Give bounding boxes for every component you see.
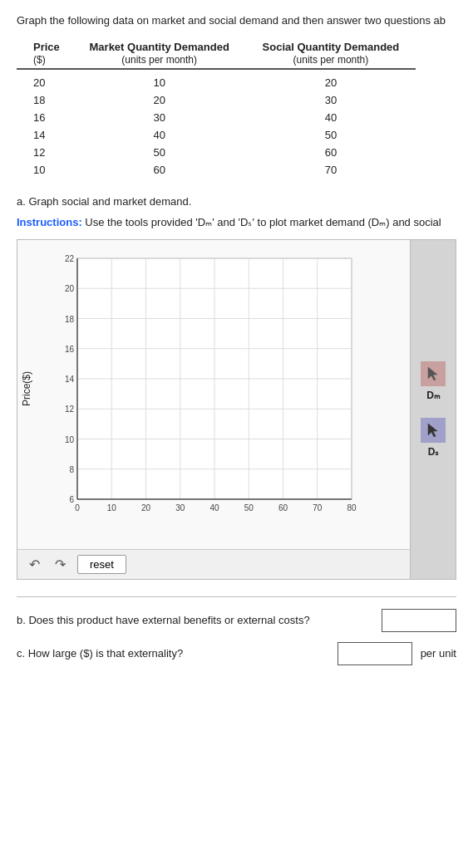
col-price-header: Price ($) <box>17 38 73 69</box>
svg-text:12: 12 <box>65 405 75 414</box>
svg-text:80: 80 <box>347 503 357 512</box>
svg-text:10: 10 <box>65 434 75 444</box>
svg-text:10: 10 <box>107 503 117 512</box>
redo-button[interactable]: ↷ <box>52 555 69 574</box>
question-c-input[interactable] <box>338 642 412 665</box>
table-row: 106070 <box>17 161 416 179</box>
y-axis-label: Price($) <box>21 371 32 406</box>
dm-cursor-icon <box>425 365 441 382</box>
svg-text:6: 6 <box>69 495 74 504</box>
svg-text:30: 30 <box>175 503 185 512</box>
ds-label: Dₛ <box>428 446 439 458</box>
section-a-label: a. Graph social and market demand. <box>17 195 456 208</box>
per-unit-label: per unit <box>421 647 456 660</box>
data-table: Price ($) Market Quantity Demanded (unit… <box>17 38 416 179</box>
question-b-input[interactable] <box>382 609 456 632</box>
bottom-section: b. Does this product have external benef… <box>17 596 456 665</box>
svg-text:0: 0 <box>75 503 80 512</box>
svg-marker-40 <box>428 424 437 437</box>
legend-ds[interactable]: Dₛ <box>421 418 446 458</box>
question-c-row: c. How large ($) is that externality? pe… <box>17 642 456 665</box>
instructions-text: Instructions: Use the tools provided 'Dₘ… <box>17 214 456 231</box>
legend-dm[interactable]: Dₘ <box>421 361 446 401</box>
col-social-header: Social Quantity Demanded (units per mont… <box>246 38 416 69</box>
svg-text:60: 60 <box>278 503 288 512</box>
table-row: 125060 <box>17 144 416 161</box>
ds-cursor-icon <box>425 422 441 439</box>
question-b-text: b. Does this product have external benef… <box>17 614 373 626</box>
question-b-row: b. Does this product have external benef… <box>17 609 456 632</box>
table-row: 144050 <box>17 126 416 144</box>
svg-text:16: 16 <box>65 344 75 353</box>
svg-text:50: 50 <box>244 503 254 512</box>
undo-button[interactable]: ↶ <box>26 555 43 574</box>
svg-text:20: 20 <box>65 284 75 293</box>
svg-text:18: 18 <box>65 314 75 323</box>
dm-label: Dₘ <box>426 390 440 401</box>
table-row: 182030 <box>17 91 416 109</box>
reset-button[interactable]: reset <box>77 555 126 574</box>
svg-text:20: 20 <box>141 503 151 512</box>
legend-panel: Dₘ Dₛ <box>411 239 456 580</box>
svg-text:8: 8 <box>69 464 74 473</box>
intro-text: Graph the following data on market and s… <box>17 13 456 28</box>
svg-marker-39 <box>428 367 437 380</box>
svg-text:14: 14 <box>65 375 75 384</box>
svg-text:22: 22 <box>65 254 75 263</box>
table-row: 163040 <box>17 109 416 126</box>
question-c-text: c. How large ($) is that externality? <box>17 647 329 660</box>
svg-text:70: 70 <box>313 503 323 512</box>
svg-text:40: 40 <box>209 503 219 512</box>
col-market-header: Market Quantity Demanded (units per mont… <box>73 38 246 69</box>
table-row: 201020 <box>17 74 416 91</box>
graph-panel: Price($) 6810121416182022010203040506070… <box>17 239 411 580</box>
chart-svg: 681012141618202201020304050607080 <box>52 250 360 524</box>
